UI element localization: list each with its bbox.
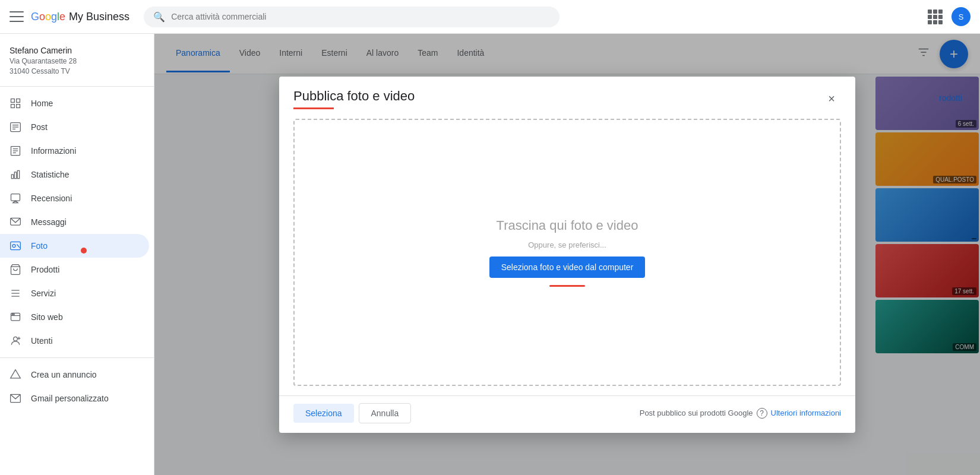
main-layout: Stefano Camerin Via Quarantasette 28 310… <box>0 34 980 475</box>
post-icon <box>10 121 21 133</box>
sidebar-item-label: Crea un annuncio <box>31 370 97 379</box>
search-input[interactable] <box>171 12 550 21</box>
modal-title-area: Pubblica foto e video <box>293 88 415 109</box>
photo-icon <box>10 240 21 252</box>
stats-icon <box>10 169 21 180</box>
content-area: Panoramica Video Interni Esterni Al lavo… <box>154 34 980 475</box>
footer-info-link[interactable]: Ulteriori informazioni <box>771 408 841 417</box>
app-logo: Google My Business <box>31 11 129 23</box>
svg-rect-0 <box>11 99 15 102</box>
svg-rect-2 <box>11 104 15 107</box>
select-file-button[interactable]: Seleziona foto e video dal computer <box>489 256 646 278</box>
footer-seleziona-button[interactable]: Seleziona <box>293 404 354 423</box>
search-icon: 🔍 <box>153 11 165 23</box>
sidebar-item-informazioni[interactable]: Informazioni <box>0 139 149 163</box>
sidebar-item-home[interactable]: Home <box>0 91 149 115</box>
svg-rect-3 <box>17 104 20 107</box>
sidebar-item-prodotti[interactable]: Prodotti <box>0 258 149 281</box>
svg-point-28 <box>14 337 18 341</box>
svg-rect-14 <box>17 170 19 178</box>
svg-rect-15 <box>11 194 20 201</box>
sidebar-item-sito-web[interactable]: Sito web <box>0 305 149 329</box>
user-name: Stefano Camerin <box>10 46 144 55</box>
ad-icon <box>10 369 21 381</box>
sidebar-item-label: Utenti <box>31 336 53 346</box>
svg-rect-1 <box>17 99 20 102</box>
sidebar: Stefano Camerin Via Quarantasette 28 310… <box>0 34 154 475</box>
products-icon <box>10 264 21 276</box>
sidebar-item-label: Informazioni <box>31 146 76 156</box>
publish-modal: Pubblica foto e video × Trascina qui fot… <box>279 77 855 433</box>
svg-rect-12 <box>11 175 13 179</box>
topbar-right: S <box>928 7 970 26</box>
sidebar-item-label: Gmail personalizzato <box>31 394 109 403</box>
foto-badge <box>81 248 87 254</box>
sidebar-item-foto[interactable]: Foto <box>0 234 149 258</box>
sidebar-item-label: Recensioni <box>31 194 72 203</box>
modal-close-button[interactable]: × <box>822 89 841 108</box>
sidebar-item-label: Servizi <box>31 289 56 298</box>
svg-point-19 <box>12 244 15 247</box>
search-bar: 🔍 <box>144 7 559 27</box>
svg-marker-31 <box>11 369 21 378</box>
sidebar-item-label: Prodotti <box>31 265 59 274</box>
svg-point-26 <box>12 314 13 315</box>
menu-icon[interactable] <box>10 10 24 24</box>
sidebar-user: Stefano Camerin Via Quarantasette 28 310… <box>0 34 154 87</box>
sidebar-item-label: Post <box>31 122 48 132</box>
modal-overlay: Pubblica foto e video × Trascina qui fot… <box>154 34 980 475</box>
apps-icon[interactable] <box>928 10 942 24</box>
sidebar-item-messaggi[interactable]: Messaggi <box>0 210 149 234</box>
info-icon <box>10 145 21 157</box>
sidebar-item-post[interactable]: Post <box>0 115 149 139</box>
sidebar-divider <box>0 357 154 358</box>
sidebar-item-utenti[interactable]: Utenti <box>0 329 149 353</box>
red-underline <box>549 285 585 287</box>
svg-point-27 <box>14 314 15 315</box>
services-icon <box>10 287 21 299</box>
sidebar-item-label: Home <box>31 99 53 108</box>
modal-footer: Seleziona Annulla Post pubblico sui prod… <box>279 395 855 433</box>
sidebar-item-servizi[interactable]: Servizi <box>0 281 149 305</box>
modal-title: Pubblica foto e video <box>293 88 415 104</box>
sidebar-item-recensioni[interactable]: Recensioni <box>0 186 149 210</box>
footer-annulla-button[interactable]: Annulla <box>359 403 412 423</box>
sidebar-item-statistiche[interactable]: Statistiche <box>0 163 149 186</box>
help-icon[interactable]: ? <box>757 408 767 419</box>
drop-or-text: Oppure, se preferisci... <box>528 240 606 249</box>
sidebar-item-label: Messaggi <box>31 217 67 227</box>
modal-body: Trascina qui foto e video Oppure, se pre… <box>279 109 855 395</box>
footer-info-text: Post pubblico sui prodotti Google <box>640 408 753 417</box>
reviews-icon <box>10 192 21 204</box>
modal-header: Pubblica foto e video × <box>279 77 855 109</box>
avatar[interactable]: S <box>951 7 970 26</box>
sidebar-item-label: Foto <box>31 241 48 251</box>
drop-text: Trascina qui foto e video <box>497 218 638 233</box>
footer-info: Post pubblico sui prodotti Google ? Ulte… <box>640 408 841 419</box>
sidebar-item-crea-annuncio[interactable]: Crea un annuncio <box>0 363 149 387</box>
gmail-icon <box>10 392 21 404</box>
messages-icon <box>10 216 21 228</box>
website-icon <box>10 311 21 323</box>
sidebar-item-label: Statistiche <box>31 170 69 179</box>
drop-zone[interactable]: Trascina qui foto e video Oppure, se pre… <box>293 119 841 386</box>
sidebar-item-label: Sito web <box>31 312 63 322</box>
svg-rect-13 <box>14 172 16 178</box>
topbar: Google My Business 🔍 S <box>0 0 980 34</box>
mybiz-logo-text: My Business <box>69 11 129 23</box>
users-icon <box>10 335 21 347</box>
user-address: Via Quarantasette 28 31040 Cessalto TV <box>10 56 144 77</box>
sidebar-nav: Home Post Informazioni Statistiche <box>0 87 154 415</box>
home-icon <box>10 97 21 109</box>
sidebar-item-gmail[interactable]: Gmail personalizzato <box>0 387 149 410</box>
google-logo-text: Google <box>31 11 65 23</box>
